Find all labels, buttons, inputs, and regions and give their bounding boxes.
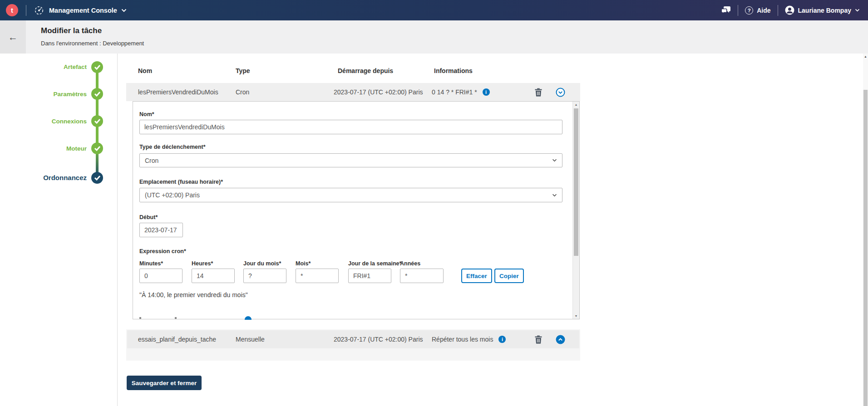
top-navbar: t Management Console ? [0,0,868,20]
scroll-up-icon[interactable]: ▲ [573,103,579,106]
step-check-connexions[interactable] [91,115,103,127]
help-icon: ? [745,6,753,15]
logo-letter: t [11,6,13,14]
expand-row-button[interactable] [556,330,565,348]
scroll-down-icon[interactable]: ▼ [573,314,579,318]
stepper-item-connexions[interactable]: Connexions [15,118,87,125]
name-field-label: Nom* [139,111,154,117]
timezone-value: (UTC +02:00) Paris [145,191,200,199]
column-header-informations: Informations [434,67,473,74]
stepper-item-moteur[interactable]: Moteur [15,145,87,152]
cron-description: "À 14:00, le premier vendredi du mois" [139,291,248,298]
cron-minutes-label: Minutes* [139,260,163,267]
help-label: Aide [757,7,770,14]
product-name[interactable]: Management Console [49,7,117,14]
timezone-label: Emplacement (fuseau horaire)* [139,179,223,185]
page-scrollbar[interactable]: ▲ [863,54,868,406]
step-check-moteur[interactable] [91,142,103,154]
stepper-item-ordonnancez[interactable]: Ordonnancez [15,174,87,181]
cron-day-of-month-label: Jour du mois* [243,260,281,267]
page-header: ← Modifier la tâche Dans l'environnement… [0,20,868,54]
management-console-page: t Management Console ? [0,0,868,406]
row-type: Cron [236,83,249,101]
cron-hours-input[interactable] [192,269,235,283]
chevron-down-icon [552,159,557,162]
collapse-row-button[interactable] [556,83,565,101]
avatar-icon [785,5,794,15]
name-input[interactable] [139,120,562,134]
timezone-select[interactable]: (UTC +02:00) Paris [139,188,562,202]
column-header-demarrage: Démarrage depuis [338,67,393,74]
clipped-toggle-fragment [245,316,252,320]
cron-years-input[interactable] [400,269,444,283]
panel-scrollbar[interactable]: ▲ ▼ [572,102,579,319]
chevron-down-icon[interactable] [121,9,127,12]
clear-cron-button[interactable]: Effacer [461,269,492,283]
trigger-type-label: Type de déclenchement* [139,144,206,150]
row-info-text: Répéter tous les mois [432,336,493,343]
clipped-content-fragment [139,317,141,319]
info-glyph: i [485,89,487,95]
content-divider [117,54,118,406]
row-info: 0 14 ? * FRI#1 * i [432,83,490,101]
stepper-item-parametres[interactable]: Paramètres [15,91,87,98]
row-type: Mensuelle [236,330,265,348]
back-arrow-icon: ← [8,32,18,43]
info-icon[interactable]: i [483,88,490,96]
row-start: 2023-07-17 (UTC +02:00) Paris [334,330,423,348]
back-button[interactable]: ← [0,20,26,54]
start-date-label: Début* [139,214,158,220]
scroll-up-icon[interactable]: ▲ [863,55,868,58]
cron-day-of-week-label: Jour de la semaine* [348,260,401,267]
row-info-text: 0 14 ? * FRI#1 * [432,88,477,96]
navbar-divider [26,5,26,16]
save-and-close-button[interactable]: Sauvegarder et fermer [127,376,202,390]
talend-logo[interactable]: t [6,4,18,16]
chat-icon[interactable] [721,6,731,15]
table-row[interactable]: lesPremiersVendrediDuMois Cron 2023-07-1… [126,83,580,101]
start-date-input[interactable] [139,223,183,237]
chevron-down-icon [552,194,557,197]
cron-expression-label: Expression cron* [139,248,186,254]
table-row-container: essais_planif_depuis_tache Mensuelle 202… [126,329,580,361]
navbar-right: ? Aide Lauriane Bompay [721,5,860,16]
delete-button[interactable] [535,330,542,348]
delete-button[interactable] [535,83,542,101]
cron-day-of-month-input[interactable] [243,269,286,283]
cron-day-of-week-input[interactable] [348,269,391,283]
stepper-connector [96,67,99,150]
cron-month-input[interactable] [296,269,339,283]
help-menu[interactable]: ? Aide [745,6,770,15]
info-icon[interactable]: i [498,336,506,343]
help-glyph: ? [748,8,751,13]
table-row[interactable]: essais_planif_depuis_tache Mensuelle 202… [127,330,579,348]
column-header-nom: Nom [138,67,152,74]
step-check-ordonnancez[interactable] [91,172,103,184]
schedule-edit-panel: Nom* Type de déclenchement* Cron Emplace… [133,101,580,319]
step-check-parametres[interactable] [91,88,103,100]
copy-cron-button[interactable]: Copier [494,269,524,283]
row-name: essais_planif_depuis_tache [138,330,216,348]
page-scrollbar-thumb[interactable] [863,90,868,406]
cron-month-label: Mois* [296,260,311,267]
navbar-divider [738,5,738,16]
row-name: lesPremiersVendrediDuMois [138,83,218,101]
user-name: Lauriane Bompay [798,7,851,14]
info-glyph: i [502,337,503,342]
step-check-artefact[interactable] [91,61,103,73]
stepper-item-artefact[interactable]: Artefact [15,64,87,70]
cron-hours-label: Heures* [192,260,213,267]
cron-years-label: Années [400,260,420,267]
row-start: 2023-07-17 (UTC +02:00) Paris [334,83,423,101]
chevron-down-icon [855,9,860,12]
trigger-type-value: Cron [145,157,158,164]
clipped-content-fragment [175,317,177,319]
trigger-type-select[interactable]: Cron [139,153,562,167]
user-menu[interactable]: Lauriane Bompay [785,5,860,15]
cron-minutes-input[interactable] [139,269,182,283]
panel-scrollbar-thumb[interactable] [574,108,578,256]
page-title: Modifier la tâche [41,26,102,35]
row-info: Répéter tous les mois i [432,330,506,348]
column-header-type: Type [236,67,250,74]
page-subtitle: Dans l'environnement : Developpement [41,40,144,47]
